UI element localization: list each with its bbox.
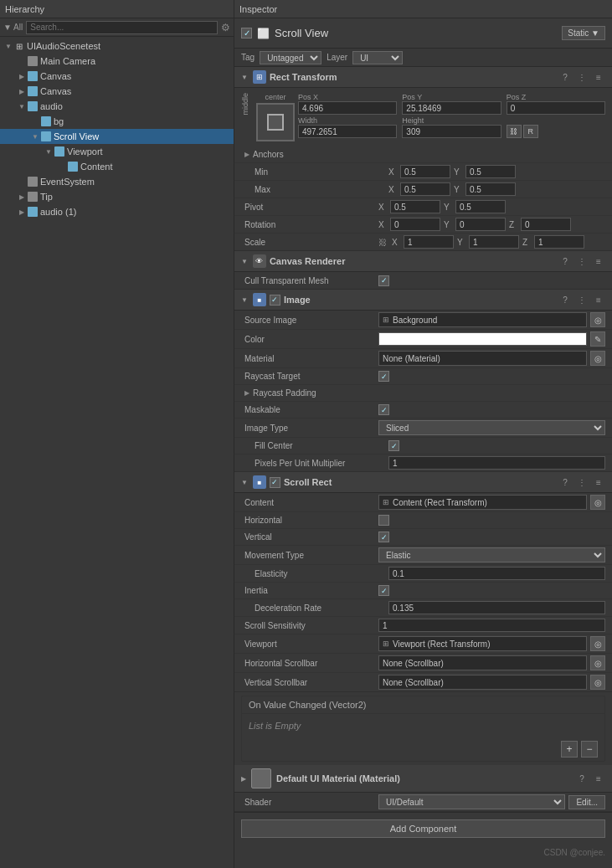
shader-select[interactable]: UI/Default bbox=[378, 794, 565, 809]
color-field[interactable] bbox=[378, 332, 587, 346]
rect-help-btn[interactable]: ? bbox=[558, 70, 572, 84]
tree-item-audio1[interactable]: ▶ audio (1) bbox=[0, 204, 234, 219]
color-label: Color bbox=[244, 335, 378, 344]
shader-edit-btn[interactable]: Edit... bbox=[568, 795, 605, 809]
cull-transparent-checkbox[interactable] bbox=[378, 275, 389, 286]
v-scrollbar-pick-btn[interactable]: ◎ bbox=[590, 675, 605, 690]
source-image-pick-btn[interactable]: ◎ bbox=[590, 312, 605, 327]
viewport-ref-field[interactable]: ⊞ Viewport (Rect Transform) bbox=[378, 636, 587, 651]
rect-options-btn[interactable]: ⋮ bbox=[575, 70, 589, 84]
material-help-btn[interactable]: ? bbox=[575, 772, 589, 785]
rect-more-btn[interactable]: ≡ bbox=[592, 70, 605, 84]
image-enable-checkbox[interactable] bbox=[270, 295, 280, 306]
tree-item-bg[interactable]: ▶ bg bbox=[0, 114, 234, 129]
width-input[interactable] bbox=[298, 125, 397, 138]
horizontal-checkbox[interactable] bbox=[378, 515, 389, 526]
content-ref-field[interactable]: ⊞ Content (Rect Transform) bbox=[378, 495, 587, 510]
elasticity-input[interactable] bbox=[388, 567, 605, 580]
min-y-input[interactable] bbox=[465, 165, 516, 178]
tree-item-canvas2[interactable]: ▶ Canvas bbox=[0, 84, 234, 99]
material-label: Material bbox=[244, 354, 378, 363]
inertia-checkbox[interactable] bbox=[378, 585, 389, 596]
deceleration-input[interactable] bbox=[388, 601, 605, 614]
layer-dropdown[interactable]: UI bbox=[352, 51, 403, 64]
max-x-input[interactable] bbox=[400, 182, 450, 196]
movement-type-select[interactable]: Elastic bbox=[378, 547, 605, 562]
material-more-btn[interactable]: ≡ bbox=[592, 772, 605, 785]
image-header[interactable]: ▼ ■ Image ? ⋮ ≡ bbox=[234, 290, 612, 311]
height-input[interactable] bbox=[402, 125, 501, 138]
pixels-per-unit-input[interactable] bbox=[388, 456, 605, 470]
pivot-y-input[interactable] bbox=[455, 200, 506, 213]
h-scrollbar-field[interactable]: None (Scrollbar) bbox=[378, 655, 587, 670]
material-pick-btn[interactable]: ◎ bbox=[590, 351, 605, 366]
scrollrect-help-btn[interactable]: ? bbox=[558, 475, 572, 489]
scale-x-input[interactable] bbox=[404, 235, 454, 249]
image-type-select[interactable]: Sliced bbox=[378, 420, 605, 435]
fill-center-checkbox[interactable] bbox=[388, 440, 399, 451]
max-y-input[interactable] bbox=[465, 182, 516, 196]
hierarchy-search[interactable] bbox=[26, 21, 218, 34]
scroll-rect-header[interactable]: ▼ ■ Scroll Rect ? ⋮ ≡ bbox=[234, 472, 612, 493]
raycast-padding-fold[interactable]: ▶ bbox=[244, 389, 249, 397]
scale-y-input[interactable] bbox=[469, 235, 519, 249]
raycast-target-checkbox[interactable] bbox=[378, 371, 389, 382]
all-filter[interactable]: ▼ All bbox=[3, 23, 23, 32]
rect-transform-header[interactable]: ▼ ⊞ Rect Transform ? ⋮ ≡ bbox=[234, 67, 612, 88]
tree-item-tip[interactable]: ▶ Tip bbox=[0, 189, 234, 204]
rotation-z-input[interactable] bbox=[521, 218, 571, 231]
pivot-x-input[interactable] bbox=[390, 200, 440, 213]
object-enable-checkbox[interactable]: ✓ bbox=[241, 28, 252, 39]
tree-item-audio[interactable]: ▼ audio bbox=[0, 99, 234, 114]
canvas-renderer-header[interactable]: ▼ 👁 Canvas Renderer ? ⋮ ≡ bbox=[234, 251, 612, 272]
vertical-checkbox[interactable] bbox=[378, 532, 389, 542]
v-scrollbar-field[interactable]: None (Scrollbar) bbox=[378, 675, 587, 690]
rotation-x-input[interactable] bbox=[390, 218, 440, 231]
maskable-checkbox[interactable] bbox=[378, 404, 389, 415]
static-badge[interactable]: Static ▼ bbox=[562, 26, 605, 40]
canvas-help-btn[interactable]: ? bbox=[558, 254, 572, 268]
constrain-proportions-btn[interactable]: ⛓ bbox=[507, 125, 522, 138]
tree-item-scroll-view[interactable]: ▼ Scroll View bbox=[0, 129, 234, 144]
canvas-more-btn[interactable]: ≡ bbox=[592, 254, 605, 268]
search-icon[interactable]: ⚙ bbox=[221, 22, 230, 33]
add-event-btn[interactable]: + bbox=[561, 741, 578, 758]
scrollrect-more-btn[interactable]: ≡ bbox=[592, 475, 605, 489]
rect-transform-diagram[interactable] bbox=[256, 103, 295, 141]
audio-icon bbox=[27, 100, 39, 112]
pos-y-input[interactable] bbox=[402, 101, 501, 115]
layer-label: Layer bbox=[327, 53, 347, 62]
source-image-label: Source Image bbox=[244, 316, 378, 325]
pos-x-input[interactable] bbox=[298, 101, 397, 115]
rotation-y-input[interactable] bbox=[455, 218, 506, 231]
tag-dropdown[interactable]: Untagged bbox=[260, 51, 321, 64]
canvas-options-btn[interactable]: ⋮ bbox=[575, 254, 589, 268]
tree-item-scene[interactable]: ▼ ⊞ UIAudioScenetest bbox=[0, 39, 234, 54]
tree-item-canvas1[interactable]: ▶ Canvas bbox=[0, 69, 234, 84]
material-component-header[interactable]: ▶ Default UI Material (Material) ? ≡ bbox=[234, 765, 612, 793]
color-picker-btn[interactable]: ✎ bbox=[590, 331, 605, 347]
tree-item-viewport[interactable]: ▼ Viewport bbox=[0, 144, 234, 159]
add-component-button[interactable]: Add Component bbox=[241, 819, 605, 838]
image-options-btn[interactable]: ⋮ bbox=[575, 293, 589, 306]
scrollrect-enable-checkbox[interactable] bbox=[270, 477, 280, 488]
h-scrollbar-pick-btn[interactable]: ◎ bbox=[590, 655, 605, 670]
tree-item-main-camera[interactable]: ▶ Main Camera bbox=[0, 54, 234, 69]
scale-z-input[interactable] bbox=[534, 235, 584, 249]
scrollrect-options-btn[interactable]: ⋮ bbox=[575, 475, 589, 489]
image-help-btn[interactable]: ? bbox=[558, 293, 572, 306]
tree-item-eventsystem[interactable]: ▶ EventSystem bbox=[0, 174, 234, 189]
tree-item-content[interactable]: ▶ Content bbox=[0, 159, 234, 174]
material-field[interactable]: None (Material) bbox=[378, 351, 587, 366]
source-image-field[interactable]: ⊞ Background bbox=[378, 312, 587, 327]
pos-z-input[interactable] bbox=[507, 101, 605, 115]
viewport-pick-btn[interactable]: ◎ bbox=[590, 636, 605, 651]
remove-event-btn[interactable]: − bbox=[581, 741, 598, 758]
scroll-sensitivity-input[interactable] bbox=[378, 619, 605, 632]
min-x-input[interactable] bbox=[400, 165, 450, 178]
canvas2-icon bbox=[27, 85, 39, 97]
content-pick-btn[interactable]: ◎ bbox=[590, 495, 605, 510]
anchors-fold-arrow[interactable]: ▶ bbox=[244, 151, 249, 158]
blueprint-btn[interactable]: R bbox=[523, 125, 538, 138]
image-more-btn[interactable]: ≡ bbox=[592, 293, 605, 306]
